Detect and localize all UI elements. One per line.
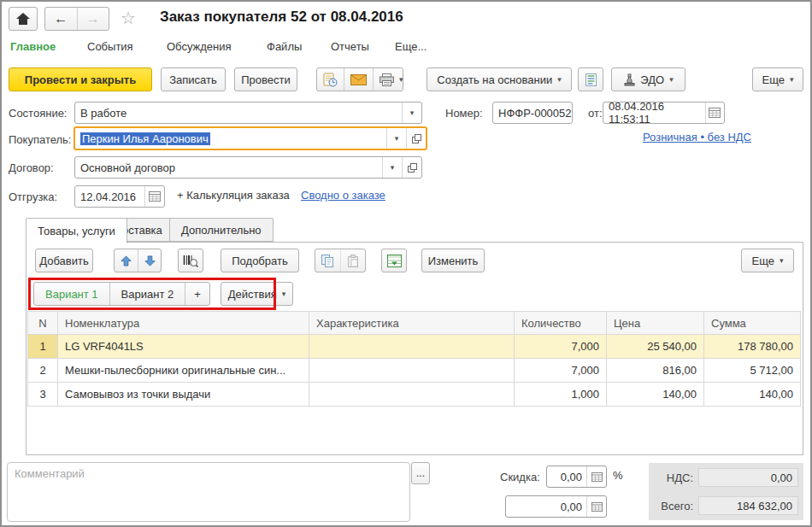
header-nomenclature[interactable]: Номенклатура [58, 311, 309, 335]
contract-field[interactable]: Основной договор ▾ [74, 156, 422, 179]
customer-dropdown-button[interactable]: ▾ [386, 128, 406, 149]
discount-percent-calc-button[interactable] [586, 466, 606, 487]
table-row[interactable]: 1 LG VRF4041LS 7,000 25 540,00 178 780,0… [27, 335, 801, 359]
print-caret-icon: ▾ [399, 76, 403, 84]
move-up-button[interactable] [115, 249, 138, 272]
table-row[interactable]: 2 Мешки-пылесборники оригинальные син...… [27, 359, 801, 383]
document-clock-icon [323, 73, 338, 87]
back-button[interactable]: ← [45, 8, 77, 30]
write-button[interactable]: Записать [161, 67, 226, 91]
tab-additional[interactable]: Дополнительно [169, 218, 274, 242]
favorite-star-icon[interactable]: ☆ [121, 8, 136, 28]
contract-value: Основной договор [80, 161, 175, 174]
order-window: ← → ☆ Заказ покупателя 52 от 08.04.2016 … [0, 0, 812, 527]
command-more-caret-icon: ▾ [790, 76, 794, 84]
total-value: 184 632,00 [698, 496, 798, 515]
arrow-up-icon [121, 255, 132, 266]
edo-button[interactable]: ЭДО ▾ [611, 67, 685, 91]
header-price[interactable]: Цена [607, 311, 704, 335]
cell-quantity: 1,000 [515, 383, 607, 407]
vat-label: НДС: [654, 471, 693, 484]
arrow-down-icon [144, 255, 156, 266]
print-button[interactable]: ▾ [373, 68, 409, 91]
edit-row-button[interactable]: Изменить [421, 249, 485, 272]
price-type-link[interactable]: Розничная • без НДС [643, 131, 751, 143]
menu-item-more[interactable]: Еще... [395, 40, 427, 53]
create-task-button[interactable] [317, 68, 344, 91]
menu-item-otchety[interactable]: Отчеты [331, 40, 369, 53]
goods-more-button[interactable]: Еще ▾ [741, 249, 794, 272]
customer-field[interactable]: Перкин Илья Ааронович ▾ [74, 126, 427, 150]
menu-item-glavnoe[interactable]: Главное [10, 40, 56, 53]
comment-input[interactable] [7, 462, 410, 522]
shipping-date-field[interactable]: 12.04.2016 [74, 185, 165, 208]
contract-open-button[interactable] [402, 157, 421, 178]
create-on-base-button[interactable]: Создать на основании ▾ [427, 67, 572, 91]
envelope-icon [350, 74, 367, 85]
cell-quantity: 7,000 [515, 335, 607, 359]
printer-icon [380, 73, 394, 86]
add-row-button[interactable]: Добавить [35, 249, 93, 272]
number-value: НФФР-000052 [498, 107, 572, 120]
reports-button[interactable] [578, 67, 603, 91]
discount-amount-calc-button[interactable] [586, 496, 606, 517]
edit-row-label: Изменить [428, 255, 479, 267]
forward-button[interactable]: → [77, 8, 109, 30]
copy-rows-button[interactable] [315, 249, 340, 272]
cell-sum: 140,00 [704, 383, 801, 407]
discount-amount-field[interactable]: 0,00 [505, 495, 607, 518]
customer-open-button[interactable] [406, 128, 426, 149]
home-button[interactable] [9, 7, 38, 31]
order-summary-link[interactable]: Сводно о заказе [301, 189, 385, 202]
table-row[interactable]: 3 Самовывоз из точки выдачи 1,000 140,00… [27, 383, 801, 407]
number-label: Номер: [445, 102, 483, 124]
report-icon [585, 73, 597, 86]
table-import-icon [387, 255, 402, 267]
menu-item-sobytiya[interactable]: События [87, 40, 133, 53]
menu-item-obsuzhdeniya[interactable]: Обсуждения [167, 40, 232, 53]
state-value: В работе [80, 107, 127, 120]
discount-percent-field[interactable]: 0,00 [546, 466, 607, 488]
header-sum[interactable]: Сумма [704, 311, 801, 335]
header-n[interactable]: N [27, 311, 58, 335]
barcode-icon [183, 255, 198, 267]
goods-more-label: Еще [752, 255, 774, 267]
shipping-calendar-button[interactable] [144, 186, 164, 207]
barcode-scan-button[interactable] [178, 249, 203, 272]
header-quantity[interactable]: Количество [515, 311, 607, 335]
paste-rows-button[interactable] [340, 249, 365, 272]
calendar-icon [149, 191, 161, 202]
post-button[interactable]: Провести [234, 67, 297, 91]
cell-nomenclature: LG VRF4041LS [58, 335, 309, 359]
paste-icon [347, 255, 359, 267]
menu-item-faily[interactable]: Файлы [267, 40, 302, 53]
cell-nomenclature: Мешки-пылесборники оригинальные син... [58, 359, 309, 383]
customer-label: Покупатель: [9, 128, 71, 150]
order-calculation-toggle[interactable]: + Калькуляция заказа [177, 189, 290, 202]
date-field[interactable]: 08.04.2016 11:53:11 [603, 102, 725, 124]
date-calendar-button[interactable] [705, 102, 724, 123]
calendar-icon [709, 108, 721, 118]
post-and-close-button[interactable]: Провести и закрыть [9, 67, 152, 91]
load-from-file-button[interactable] [381, 249, 407, 272]
command-more-button[interactable]: Еще ▾ [752, 67, 803, 91]
header-characteristic[interactable]: Характеристика [309, 311, 515, 335]
goods-panel: Добавить Под [26, 242, 803, 455]
edo-stamp-icon [623, 73, 636, 86]
comment-expand-button[interactable]: ... [411, 462, 430, 484]
contract-dropdown-button[interactable]: ▾ [382, 157, 402, 178]
date-label: от: [588, 102, 603, 124]
goods-more-caret-icon: ▾ [780, 257, 784, 265]
number-field[interactable]: НФФР-000052 [492, 102, 573, 124]
state-field[interactable]: В работе ▾ [74, 102, 422, 124]
move-down-button[interactable] [138, 249, 162, 272]
state-dropdown-button[interactable]: ▾ [402, 102, 421, 123]
pick-items-button[interactable]: Подобрать [221, 249, 299, 272]
post-label: Провести [241, 73, 291, 86]
cell-n: 2 [27, 359, 58, 383]
tab-goods-services[interactable]: Товары, услуги [26, 218, 127, 243]
cell-sum: 5 712,00 [704, 359, 801, 383]
send-email-button[interactable] [344, 68, 373, 91]
open-icon [412, 134, 421, 143]
cell-nomenclature: Самовывоз из точки выдачи [58, 383, 309, 407]
